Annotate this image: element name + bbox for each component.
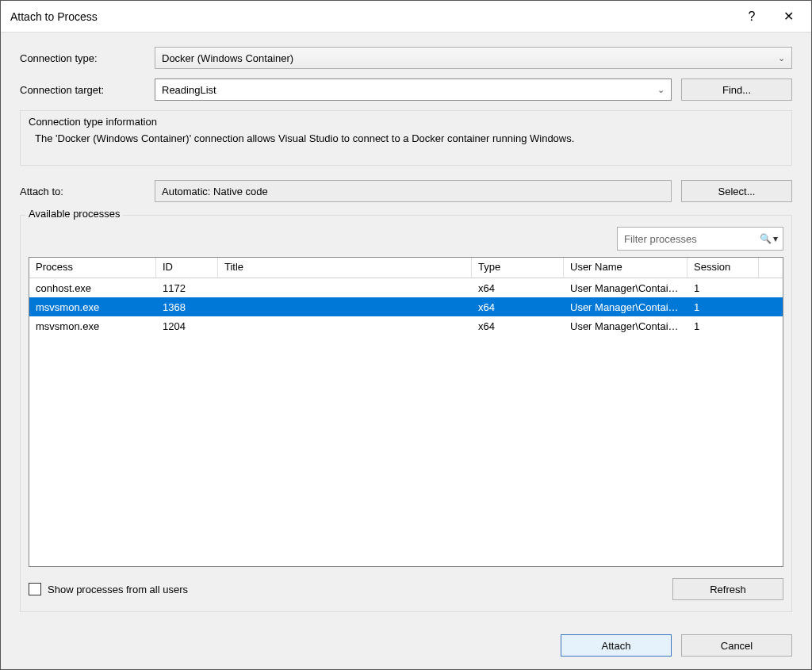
cell-type: x64: [472, 281, 564, 296]
cell-type: x64: [472, 300, 564, 315]
cancel-button[interactable]: Cancel: [681, 634, 792, 657]
connection-info-title: Connection type information: [29, 116, 783, 128]
col-header-title[interactable]: Title: [218, 258, 472, 278]
select-button[interactable]: Select...: [681, 180, 792, 202]
available-processes-group: Available processes Filter processes 🔍 ▾…: [20, 215, 792, 612]
chevron-down-icon: ⌄: [657, 85, 665, 95]
table-row[interactable]: conhost.exe1172x64User Manager\Contai…1: [29, 278, 783, 297]
cell-session: 1: [688, 281, 759, 296]
cell-title: [218, 324, 472, 327]
connection-target-label: Connection target:: [20, 84, 155, 96]
process-table: Process ID Title Type User Name Session …: [29, 257, 783, 567]
search-icon: 🔍: [760, 233, 772, 244]
table-header-row: Process ID Title Type User Name Session: [29, 258, 783, 278]
table-row[interactable]: msvsmon.exe1368x64User Manager\Contai…1: [29, 297, 783, 316]
help-button[interactable]: ?: [733, 1, 770, 33]
connection-info-body: The 'Docker (Windows Container)' connect…: [29, 132, 783, 144]
table-row[interactable]: msvsmon.exe1204x64User Manager\Contai…1: [29, 316, 783, 335]
show-all-users-label: Show processes from all users: [48, 584, 188, 595]
col-header-id[interactable]: ID: [156, 258, 218, 278]
filter-processes-input[interactable]: Filter processes 🔍 ▾: [617, 227, 783, 251]
available-processes-legend: Available processes: [25, 208, 123, 220]
titlebar: Attach to Process ? ✕: [1, 1, 811, 33]
dialog-content: Connection type: Docker (Windows Contain…: [1, 33, 811, 669]
cell-user: User Manager\Contai…: [564, 319, 688, 334]
connection-target-input[interactable]: ReadingList ⌄: [155, 78, 672, 101]
connection-type-label: Connection type:: [20, 52, 155, 64]
connection-type-value: Docker (Windows Container): [162, 52, 293, 64]
cell-title: [218, 305, 472, 308]
cell-process: msvsmon.exe: [29, 300, 156, 315]
col-header-type[interactable]: Type: [472, 258, 564, 278]
cell-id: 1368: [156, 300, 218, 315]
cell-id: 1204: [156, 319, 218, 334]
find-button[interactable]: Find...: [681, 78, 792, 101]
attach-button[interactable]: Attach: [561, 634, 672, 657]
attach-to-value: Automatic: Native code: [162, 186, 268, 197]
attach-to-label: Attach to:: [20, 186, 155, 197]
cell-title: [218, 286, 472, 289]
cell-type: x64: [472, 319, 564, 334]
window-title: Attach to Process: [10, 10, 733, 23]
dialog-button-row: Attach Cancel: [20, 634, 792, 657]
connection-target-value: ReadingList: [162, 84, 216, 96]
connection-info-group: Connection type information The 'Docker …: [20, 110, 792, 166]
refresh-button[interactable]: Refresh: [672, 578, 783, 600]
close-icon: ✕: [783, 9, 794, 24]
filter-placeholder: Filter processes: [624, 233, 697, 245]
attach-to-process-dialog: Attach to Process ? ✕ Connection type: D…: [0, 0, 812, 670]
close-button[interactable]: ✕: [770, 1, 806, 33]
attach-to-value-box: Automatic: Native code: [155, 180, 672, 202]
col-header-process[interactable]: Process: [29, 258, 156, 278]
cell-user: User Manager\Contai…: [564, 281, 688, 296]
dropdown-split-icon: ▾: [773, 233, 778, 244]
chevron-down-icon: ⌄: [778, 53, 785, 63]
cell-session: 1: [688, 319, 759, 334]
col-header-session[interactable]: Session: [688, 258, 759, 278]
cell-id: 1172: [156, 281, 218, 296]
cell-user: User Manager\Contai…: [564, 300, 688, 315]
cell-process: conhost.exe: [29, 281, 156, 296]
table-body: conhost.exe1172x64User Manager\Contai…1m…: [29, 278, 783, 566]
help-icon: ?: [749, 10, 756, 24]
connection-type-dropdown[interactable]: Docker (Windows Container) ⌄: [155, 47, 792, 69]
cell-process: msvsmon.exe: [29, 319, 156, 334]
col-header-user[interactable]: User Name: [564, 258, 688, 278]
cell-session: 1: [688, 300, 759, 315]
show-all-users-checkbox[interactable]: [29, 583, 41, 595]
